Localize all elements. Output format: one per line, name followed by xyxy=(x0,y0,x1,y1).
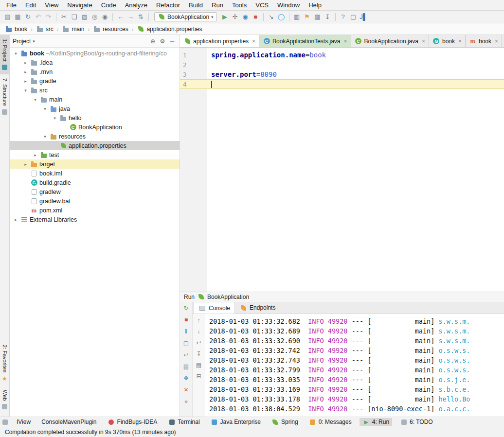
menu-item-code[interactable]: Code xyxy=(97,0,121,10)
print-icon[interactable]: ▤ xyxy=(195,362,203,368)
soft-wrap-icon[interactable]: ↩ xyxy=(195,339,203,346)
tree-item-src[interactable]: ▾src xyxy=(10,86,180,95)
last-edit-location-icon[interactable]: ⇅ xyxy=(136,12,146,22)
settings-icon[interactable]: ⚙ xyxy=(158,37,167,46)
run-configuration-combo[interactable]: BookApplication▾ xyxy=(154,12,217,21)
expanded-arrow-icon[interactable]: ▾ xyxy=(42,134,48,139)
locate-icon[interactable]: ⊕ xyxy=(148,37,157,46)
toolwindow-button-java-enterprise[interactable]: Java Enterprise xyxy=(208,418,264,426)
show-running-icon[interactable]: ▢ xyxy=(182,339,191,347)
save-all-icon[interactable]: ▦ xyxy=(13,12,23,22)
collapsed-arrow-icon[interactable]: ▸ xyxy=(22,162,29,167)
find-icon[interactable]: ◎ xyxy=(90,12,100,22)
tree-item-gradle[interactable]: ▸gradle xyxy=(10,76,180,86)
replace-icon[interactable]: ◉ xyxy=(100,12,110,22)
close-tab-icon[interactable]: × xyxy=(495,38,498,45)
tree-item-test[interactable]: ▸test xyxy=(10,150,180,159)
console-history-icon[interactable]: ❖ xyxy=(182,374,191,382)
restore-layout-icon[interactable]: ↵ xyxy=(182,351,191,359)
expanded-arrow-icon[interactable]: ▾ xyxy=(13,51,19,56)
rerun-icon[interactable]: ↻ xyxy=(182,304,191,312)
collapsed-arrow-icon[interactable]: ▸ xyxy=(13,217,19,222)
menu-item-window[interactable]: Window xyxy=(273,0,304,10)
menu-item-navigate[interactable]: Navigate xyxy=(63,0,96,10)
menu-item-view[interactable]: View xyxy=(40,0,63,10)
expanded-arrow-icon[interactable]: ▾ xyxy=(42,106,48,111)
collapsed-arrow-icon[interactable]: ▸ xyxy=(22,70,29,74)
tree-item-external-libraries[interactable]: ▸External Libraries xyxy=(10,215,180,224)
tree-item-main[interactable]: ▾main xyxy=(10,95,180,104)
breadcrumb-item-src[interactable]: src xyxy=(35,25,54,34)
tree-item-resources[interactable]: ▾resources xyxy=(10,132,180,141)
bookmark-icon[interactable]: ⚑ xyxy=(302,12,312,22)
tool-button-1-project[interactable]: 1: Project xyxy=(0,35,10,74)
tree-item-application.properties[interactable]: application.properties xyxy=(10,141,180,150)
collapsed-arrow-icon[interactable]: ▸ xyxy=(32,153,38,157)
toolwindow-button-consolemavenplugin[interactable]: ConsoleMavenPlugin xyxy=(38,418,99,426)
tool-window-switcher-icon[interactable] xyxy=(0,419,10,425)
dump-threads-icon[interactable]: ▤ xyxy=(182,363,191,370)
toolwindow-button-6-todo[interactable]: 6: TODO xyxy=(397,418,436,426)
editor-tab-bookapplicationtests.java[interactable]: CBookApplicationTests.java× xyxy=(259,35,351,47)
tree-item-gradlew[interactable]: gradlew xyxy=(10,187,180,196)
menu-item-edit[interactable]: Edit xyxy=(21,0,40,10)
run-tab-console[interactable]: Console xyxy=(194,302,235,314)
tree-item-gradlew.bat[interactable]: gradlew.bat xyxy=(10,196,180,206)
forward-icon[interactable]: → xyxy=(126,12,136,22)
toolwindow-button-terminal[interactable]: Terminal xyxy=(165,418,202,426)
up-stack-trace-icon[interactable]: ↑ xyxy=(195,317,203,324)
editor-tab-book[interactable]: mbook× xyxy=(466,35,502,47)
hide-icon[interactable]: ─ xyxy=(168,37,177,46)
close-tab-icon[interactable]: × xyxy=(422,38,425,45)
scroll-to-end-icon[interactable]: ↧ xyxy=(195,350,203,357)
menu-item-tools[interactable]: Tools xyxy=(228,0,251,10)
editor-tab-application.properties[interactable]: application.properties× xyxy=(180,35,259,47)
paste-icon[interactable]: ▧ xyxy=(79,12,90,22)
tree-item-build.gradle[interactable]: Gbuild.gradle xyxy=(10,178,180,187)
debug-icon[interactable]: ✢ xyxy=(230,12,240,22)
editor-tab-bookapplication.java[interactable]: CBookApplication.java× xyxy=(351,35,429,47)
tree-item-book.iml[interactable]: book.iml xyxy=(10,169,180,178)
expanded-arrow-icon[interactable]: ▾ xyxy=(32,97,38,102)
editor-line-3[interactable]: 3server.port=8090 xyxy=(180,70,504,79)
breadcrumb-item-resources[interactable]: resources xyxy=(92,25,129,34)
toolwindow-button-0-messages[interactable]: 0: Messages xyxy=(306,418,355,426)
close-tab-icon[interactable]: × xyxy=(458,38,462,45)
back-icon[interactable]: ← xyxy=(115,12,126,22)
toolwindow-button-4-run[interactable]: ▶4: Run xyxy=(360,418,392,426)
help-icon[interactable]: ? xyxy=(338,12,348,22)
copy-icon[interactable]: ❑ xyxy=(69,12,79,22)
stop-icon[interactable]: ■ xyxy=(182,316,191,324)
tree-item-pom.xml[interactable]: mpom.xml xyxy=(10,206,180,215)
close-tab-icon[interactable]: × xyxy=(252,38,255,45)
open-icon[interactable]: ▤ xyxy=(2,12,13,22)
menu-item-file[interactable]: File xyxy=(2,0,21,10)
menu-item-help[interactable]: Help xyxy=(304,0,326,10)
more-icon[interactable]: » xyxy=(182,398,191,405)
inspections-icon[interactable]: ▥ xyxy=(292,12,302,22)
undo-icon[interactable]: ↶ xyxy=(33,12,43,22)
breadcrumb-item-book[interactable]: book xyxy=(4,25,28,34)
tree-item-.idea[interactable]: ▸.idea xyxy=(10,58,180,67)
toolwindow-button-spring[interactable]: Spring xyxy=(269,418,301,426)
tree-item-bookapplication[interactable]: CBookApplication xyxy=(10,122,180,132)
editor-line-2[interactable]: 2 xyxy=(180,60,504,70)
close-icon[interactable]: ✕ xyxy=(182,386,191,394)
menu-item-run[interactable]: Run xyxy=(207,0,228,10)
editor[interactable]: 1spring.application.name=book23server.po… xyxy=(180,48,504,292)
attach-debugger-icon[interactable]: ↘ xyxy=(266,12,276,22)
editor-line-4[interactable]: 4 xyxy=(180,79,504,89)
toolwindow-button-findbugs-idea[interactable]: FindBugs-IDEA xyxy=(105,418,161,426)
plugin-icon[interactable]: J▌ xyxy=(359,12,369,22)
menu-item-vcs[interactable]: VCS xyxy=(251,0,273,10)
down-stack-trace-icon[interactable]: ↓ xyxy=(195,328,203,335)
cut-icon[interactable]: ✂ xyxy=(59,12,69,22)
collapsed-arrow-icon[interactable]: ▸ xyxy=(22,60,29,65)
clear-all-icon[interactable]: ⊟ xyxy=(195,373,203,380)
expanded-arrow-icon[interactable]: ▾ xyxy=(22,88,29,93)
run-tab-endpoints[interactable]: Endpoints xyxy=(235,302,280,314)
editor-tab-book[interactable]: Gbook× xyxy=(429,35,466,47)
tree-item-.mvn[interactable]: ▸.mvn xyxy=(10,67,180,76)
tool-button-2-favorites[interactable]: 2: Favorites★ xyxy=(0,341,10,385)
console-output[interactable]: 2018-01-03 01:33:32.682 INFO 49920 --- [… xyxy=(205,314,504,417)
